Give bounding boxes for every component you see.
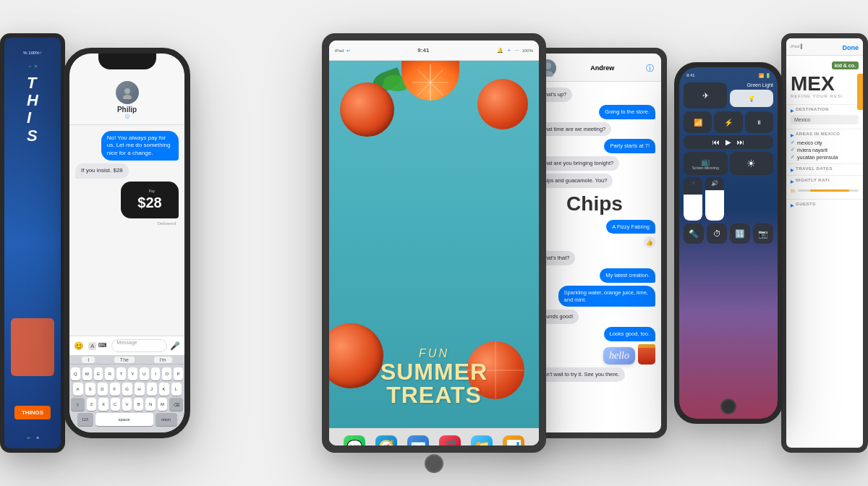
ipad-messages-contact: Andrew bbox=[559, 64, 646, 72]
key-shift[interactable]: ⇧ bbox=[71, 398, 85, 411]
ipad-messages-header: ‹ Andrew ⓘ bbox=[528, 54, 661, 82]
key-123[interactable]: 123 bbox=[77, 413, 93, 426]
cc-airplay-button[interactable]: ⏸ bbox=[745, 111, 773, 133]
key-v[interactable]: V bbox=[122, 398, 132, 411]
price-range-slider[interactable] bbox=[798, 189, 859, 192]
key-m[interactable]: M bbox=[158, 398, 167, 411]
area-option-2: ✓ riviera nayarit bbox=[791, 147, 859, 153]
cc-airplane-button[interactable]: ✈ bbox=[684, 82, 727, 108]
destination-label: DESTINATION bbox=[796, 107, 829, 111]
cc-rewind-button[interactable]: ⏮ bbox=[712, 138, 720, 146]
check-icon-3: ✓ bbox=[791, 154, 795, 160]
cc-status-bar: 9:41 📶🔋 bbox=[684, 72, 773, 80]
key-j[interactable]: J bbox=[147, 383, 157, 396]
msg-item: Sparkling water, orange juice, lime, and… bbox=[558, 286, 655, 307]
key-r[interactable]: R bbox=[105, 367, 114, 380]
ipad-dock: 💬 🧭 ✉️ 🎵 📁 📊 bbox=[329, 428, 539, 446]
control-center: 9:41 📶🔋 ✈ Green Light 💡 � bbox=[679, 67, 778, 419]
dock-messages-icon[interactable]: 💬 bbox=[344, 435, 365, 446]
key-h[interactable]: H bbox=[135, 383, 145, 396]
key-o[interactable]: O bbox=[162, 367, 171, 380]
key-w[interactable]: W bbox=[82, 367, 92, 380]
iphone-control-home-button[interactable] bbox=[720, 398, 736, 414]
cc-green-light-button[interactable]: 💡 bbox=[730, 90, 773, 107]
ipad-messages-info[interactable]: ⓘ bbox=[646, 63, 654, 74]
check-icon-2: ✓ bbox=[791, 147, 795, 153]
areas-label: AREAS IN MEXICO bbox=[796, 132, 841, 136]
dock-keynote-icon[interactable]: 📊 bbox=[503, 435, 524, 446]
msg-bubble: No! You always pay for us. Let me do som… bbox=[101, 131, 179, 161]
key-z[interactable]: Z bbox=[87, 398, 96, 411]
apple-pay-amount: $28 bbox=[131, 195, 169, 211]
iphonex-keyboard[interactable]: Q W E R T Y U I O P A S D bbox=[69, 364, 184, 432]
input-bar[interactable]: 😊 A ⌨ Message 🎤 bbox=[69, 336, 184, 355]
dock-mail-icon[interactable]: ✉️ bbox=[407, 435, 429, 446]
treats-label: TREATS bbox=[380, 383, 488, 406]
cc-calculator-button[interactable]: 🔢 bbox=[730, 223, 750, 244]
key-x[interactable]: X bbox=[98, 398, 108, 411]
cc-brightness-button[interactable]: ☀ bbox=[730, 152, 774, 175]
delivered-text: Delivered bbox=[75, 221, 176, 226]
cc-connectivity-grid: 📶 ⚡ ⏸ bbox=[684, 111, 773, 133]
ipad-top-actions: 🔔 + ··· bbox=[497, 48, 519, 54]
cc-play-button[interactable]: ▶ bbox=[726, 138, 731, 146]
cc-timer-button[interactable]: ⏱ bbox=[707, 223, 727, 244]
check-icon-1: ✓ bbox=[791, 140, 795, 145]
key-b[interactable]: B bbox=[134, 398, 143, 411]
key-s[interactable]: S bbox=[85, 383, 95, 396]
dock-music-icon[interactable]: 🎵 bbox=[439, 435, 461, 446]
key-i[interactable]: I bbox=[151, 367, 161, 380]
key-a[interactable]: A bbox=[73, 383, 83, 396]
key-g[interactable]: G bbox=[122, 383, 132, 396]
cc-flashlight-button[interactable]: 🔦 bbox=[684, 223, 704, 244]
cc-forward-button[interactable]: ⏭ bbox=[737, 138, 744, 146]
destination-field[interactable]: Mexico bbox=[791, 115, 859, 124]
key-space[interactable]: space bbox=[95, 413, 153, 426]
ipad-center-home-button[interactable] bbox=[425, 454, 443, 473]
travel-guests-section: ▶ GUESTS bbox=[786, 199, 863, 210]
key-c[interactable]: C bbox=[111, 398, 120, 411]
travel-logo: kid & co. bbox=[786, 56, 863, 74]
msg-item: What are you bringing tonight? bbox=[534, 156, 619, 171]
cc-volume-slider[interactable]: 🔊 bbox=[705, 177, 724, 221]
cc-bluetooth-button[interactable]: ⚡ bbox=[714, 111, 742, 133]
key-p[interactable]: P bbox=[174, 367, 183, 380]
key-f[interactable]: F bbox=[110, 383, 120, 396]
iphonex-messages-list: No! You always pay for us. Let me do som… bbox=[69, 125, 184, 336]
summer-treats-image: FUN SUMMER TREATS bbox=[329, 61, 539, 428]
key-d[interactable]: D bbox=[98, 383, 108, 396]
key-q[interactable]: Q bbox=[71, 367, 80, 380]
cc-camera-button[interactable]: 📷 bbox=[753, 223, 773, 244]
key-return[interactable]: return bbox=[156, 413, 177, 426]
ipad-center-screen: iPad ↩ 9:41 🔔 + ··· 100% bbox=[329, 40, 539, 446]
apple-pay-bubble: Pay $28 bbox=[121, 182, 179, 218]
travel-destination-title: MEX bbox=[791, 74, 859, 94]
devices-container: % 100%↑ ← > THIS THINGS ←+ bbox=[0, 0, 868, 486]
cc-screen-grid: 📺 Screen Mirroring ☀ bbox=[684, 152, 773, 175]
cc-bottom-grid: 🔦 ⏱ 🔢 📷 bbox=[684, 223, 773, 244]
key-n[interactable]: N bbox=[145, 398, 155, 411]
msg-item: Looks good, too. bbox=[604, 327, 655, 341]
dock-files-icon[interactable]: 📁 bbox=[471, 435, 493, 446]
cc-screen-mirroring-button[interactable]: 📺 Screen Mirroring bbox=[684, 152, 728, 175]
key-k[interactable]: K bbox=[159, 383, 169, 396]
cc-brightness-slider[interactable]: ☀ bbox=[684, 177, 702, 221]
travel-done-button[interactable]: Done bbox=[843, 44, 859, 51]
key-delete[interactable]: ⌫ bbox=[169, 398, 183, 411]
msg-item: My latest creation. bbox=[600, 268, 655, 283]
jar-sticker bbox=[638, 344, 655, 364]
cc-wifi-button[interactable]: 📶 bbox=[684, 111, 712, 133]
area-text-1: mexico city bbox=[797, 140, 822, 145]
key-e[interactable]: E bbox=[94, 367, 103, 380]
iphonex-avatar bbox=[116, 81, 139, 104]
dock-safari-icon[interactable]: 🧭 bbox=[375, 435, 397, 446]
iphone-x-notch bbox=[98, 54, 156, 69]
svg-point-1 bbox=[123, 95, 132, 99]
orange-accent-bar bbox=[857, 74, 863, 110]
key-y[interactable]: Y bbox=[128, 367, 137, 380]
key-t[interactable]: T bbox=[116, 367, 126, 380]
key-l[interactable]: L bbox=[171, 383, 182, 396]
travel-subtitle: REFINE YOUR RESI bbox=[791, 94, 859, 98]
message-input[interactable]: Message bbox=[111, 339, 167, 352]
key-u[interactable]: U bbox=[140, 367, 149, 380]
